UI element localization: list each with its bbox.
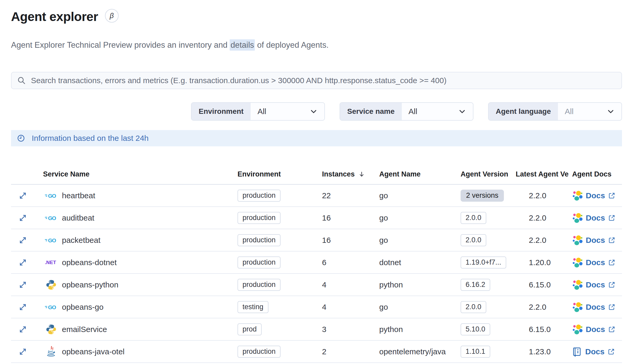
header-instances-sort[interactable]: Instances [322, 170, 379, 178]
agent-docs-link[interactable]: Docs [572, 235, 622, 245]
header-instances-label: Instances [322, 170, 355, 178]
service-name-filter-value: All [409, 107, 417, 116]
docs-provider-icon [572, 302, 583, 312]
agent-version-badge: 2.0.0 [461, 301, 486, 313]
environment-badge: production [238, 190, 281, 202]
latest-agent-version: 2.2.0 [516, 236, 572, 245]
table-header-row: Service Name Environment Instances Agent… [11, 164, 622, 185]
docs-provider-icon [572, 235, 583, 245]
table-row: emailService prod 3 python 5.10.0 6.15.0… [11, 318, 622, 341]
expand-row-icon[interactable] [18, 280, 27, 289]
environment-badge: production [238, 346, 281, 358]
instances-count: 16 [322, 236, 379, 245]
search-input[interactable] [31, 76, 616, 85]
service-name-filter-select[interactable]: All [402, 103, 473, 120]
agents-table: Service Name Environment Instances Agent… [11, 164, 622, 363]
service-name[interactable]: opbeans-dotnet [62, 258, 117, 267]
svg-text:GO: GO [48, 237, 56, 243]
agent-docs-link[interactable]: Docs [572, 347, 622, 357]
docs-provider-icon [572, 324, 583, 335]
expand-row-icon[interactable] [18, 347, 27, 356]
environment-filter-value: All [257, 107, 266, 116]
table-row: GOopbeans-go testing 4 go 2.0.0 2.2.0 Do… [11, 296, 622, 318]
agent-version-badge: 2.0.0 [461, 234, 486, 246]
agent-docs-link[interactable]: Docs [572, 257, 622, 268]
subtitle-text: Agent Explorer Technical Preview provide… [11, 40, 230, 50]
service-name[interactable]: opbeans-java-otel [62, 347, 125, 356]
latest-agent-version: 1.23.0 [516, 347, 572, 356]
agent-language-filter: Agent language All [488, 102, 622, 121]
expand-row-icon[interactable] [18, 213, 27, 222]
expand-row-icon[interactable] [18, 258, 27, 267]
service-name[interactable]: heartbeat [62, 191, 95, 200]
docs-link-label: Docs [586, 191, 605, 200]
external-link-icon [608, 281, 615, 288]
external-link-icon [608, 303, 615, 311]
svg-text:GO: GO [48, 192, 56, 199]
environment-filter-select[interactable]: All [251, 103, 324, 120]
instances-count: 6 [322, 258, 379, 267]
service-name[interactable]: packetbeat [62, 236, 101, 245]
docs-link-label: Docs [586, 236, 605, 245]
header-service-name: Service Name [39, 170, 238, 178]
latest-agent-version: 6.15.0 [516, 280, 572, 289]
agent-docs-link[interactable]: Docs [572, 190, 622, 201]
agent-version-badge: 1.19.0+f7... [461, 256, 506, 269]
agent-docs-link[interactable]: Docs [572, 302, 622, 312]
agent-name: go [379, 303, 461, 312]
header-latest-agent-version: Latest Agent Ve [516, 170, 572, 178]
page-title: Agent explorer [11, 9, 98, 25]
subtitle-text-end: of deployed Agents. [255, 40, 329, 50]
service-name[interactable]: opbeans-python [62, 280, 118, 289]
service-name-filter-label: Service name [340, 103, 402, 120]
page-header: Agent explorer β [11, 0, 622, 25]
environment-badge: testing [238, 301, 268, 313]
service-name[interactable]: auditbeat [62, 213, 94, 222]
agent-name: opentelemetry/java [379, 347, 461, 356]
info-banner-text: Information based on the last 24h [32, 134, 149, 143]
latest-agent-version: 1.20.0 [516, 258, 572, 267]
service-name[interactable]: emailService [62, 325, 107, 334]
table-row: GOpacketbeat production 16 go 2.0.0 2.2.… [11, 229, 622, 251]
expand-row-icon[interactable] [18, 236, 27, 245]
latest-agent-version: 2.2.0 [516, 191, 572, 200]
agent-docs-link[interactable]: Docs [572, 324, 622, 335]
agent-name: go [379, 236, 461, 245]
agent-name: go [379, 191, 461, 200]
external-link-icon [608, 214, 615, 222]
page-subtitle: Agent Explorer Technical Preview provide… [11, 39, 622, 51]
service-language-icon: GO [45, 191, 58, 200]
agent-version-badge[interactable]: 2 versions [461, 190, 504, 202]
instances-count: 2 [322, 347, 379, 356]
instances-count: 22 [322, 191, 379, 200]
beta-badge: β [105, 9, 119, 23]
agent-version-badge: 1.10.1 [461, 346, 490, 358]
docs-provider-icon [572, 347, 582, 357]
docs-link-label: Docs [586, 258, 605, 267]
instances-count: 4 [322, 303, 379, 312]
docs-link-label: Docs [586, 303, 605, 312]
agent-language-filter-select[interactable]: All [558, 103, 621, 120]
environment-badge: prod [238, 323, 262, 335]
agent-name: python [379, 325, 461, 334]
info-banner: Information based on the last 24h [11, 130, 622, 146]
agent-name: dotnet [379, 258, 461, 267]
docs-link-label: Docs [586, 213, 605, 222]
docs-provider-icon [572, 190, 583, 201]
instances-count: 3 [322, 325, 379, 334]
environment-badge: production [238, 234, 281, 246]
agent-docs-link[interactable]: Docs [572, 280, 622, 290]
expand-row-icon[interactable] [18, 303, 27, 312]
service-name[interactable]: opbeans-go [62, 303, 103, 312]
agent-version-badge: 5.10.0 [461, 323, 490, 335]
external-link-icon [608, 192, 615, 199]
agent-explorer-page: Agent explorer β Agent Explorer Technica… [0, 0, 633, 363]
environment-badge: production [238, 279, 281, 291]
agent-docs-link[interactable]: Docs [572, 213, 622, 223]
expand-row-icon[interactable] [18, 325, 27, 334]
docs-link-label: Docs [586, 325, 605, 334]
table-row: opbeans-python production 4 python 6.16.… [11, 274, 622, 296]
header-environment: Environment [238, 170, 322, 178]
expand-row-icon[interactable] [18, 191, 27, 200]
search-bar[interactable] [11, 72, 622, 89]
